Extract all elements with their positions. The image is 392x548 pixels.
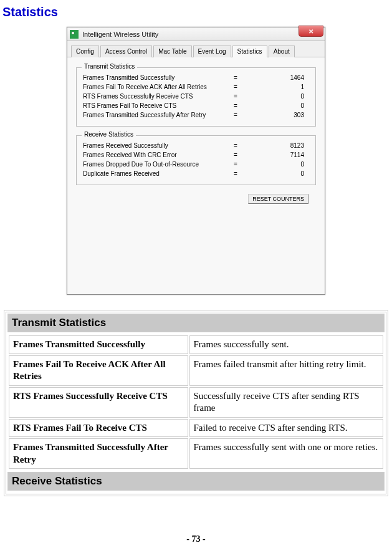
- equals-sign: =: [220, 170, 251, 177]
- tab-event-log[interactable]: Event Log: [193, 46, 231, 57]
- stat-row: Frames Fail To Receive ACK After All Ret…: [83, 82, 309, 92]
- receive-legend: Receive Statistics: [82, 131, 136, 138]
- stat-label: Frames Transmitted Successfully After Re…: [83, 112, 220, 118]
- transmit-doc-table: Frames Transmitted Successfully Frames s…: [7, 334, 385, 470]
- tab-config[interactable]: Config: [71, 46, 99, 57]
- stat-row: Frames Received Successfully = 8123: [83, 141, 309, 150]
- equals-sign: =: [220, 142, 251, 149]
- equals-sign: =: [220, 161, 251, 168]
- stat-value: 1: [251, 84, 309, 90]
- stat-value: 7114: [251, 151, 309, 158]
- close-button[interactable]: ✕: [299, 26, 323, 37]
- screenshot-container: Intelligent Wireless Utility ✕ Config Ac…: [2, 27, 390, 295]
- equals-sign: =: [220, 84, 251, 90]
- table-row: RTS Frames Fail To Receive CTS Failed to…: [9, 419, 383, 438]
- row-desc: Frames successfully sent.: [189, 335, 383, 354]
- row-key: Frames Fail To Receive ACK After All Ret…: [9, 355, 188, 386]
- stat-label: Frames Fail To Receive ACK After All Ret…: [83, 84, 220, 90]
- table-row: RTS Frames Successfully Receive CTS Succ…: [9, 387, 383, 418]
- row-key: RTS Frames Fail To Receive CTS: [9, 419, 188, 438]
- page-number: - 73 -: [0, 534, 392, 544]
- stat-value: 8123: [251, 142, 309, 149]
- row-desc: Frames successfully sent with one or mor…: [189, 438, 383, 469]
- row-desc: Successfully receive CTS after sending R…: [189, 387, 383, 418]
- receive-section-header: Receive Statistics: [7, 472, 385, 491]
- doc-table-outer: Transmit Statistics Frames Transmitted S…: [4, 310, 388, 496]
- tab-access-control[interactable]: Access Control: [100, 46, 152, 57]
- page-title: Statistics: [2, 5, 390, 19]
- tab-statistics[interactable]: Statistics: [232, 46, 267, 57]
- table-row: Frames Transmitted Successfully Frames s…: [9, 335, 383, 354]
- window-title: Intelligent Wireless Utility: [82, 31, 158, 38]
- receive-fieldset: Receive Statistics Frames Received Succe…: [76, 135, 316, 185]
- stat-value: 0: [251, 161, 309, 168]
- row-desc: Frames failed transmit after hitting ret…: [189, 355, 383, 386]
- table-row: Frames Fail To Receive ACK After All Ret…: [9, 355, 383, 386]
- equals-sign: =: [220, 93, 251, 100]
- stat-row: Frames Dropped Due To Out-of-Resource = …: [83, 160, 309, 169]
- stat-label: Frames Received Successfully: [83, 142, 220, 149]
- tab-strip: Config Access Control Mac Table Event Lo…: [67, 41, 325, 57]
- stat-row: RTS Frames Fail To Receive CTS = 0: [83, 101, 309, 110]
- tab-mac-table[interactable]: Mac Table: [153, 46, 191, 57]
- stat-label: Duplicate Frames Received: [83, 170, 220, 177]
- row-key: Frames Transmitted Successfully After Re…: [9, 438, 188, 469]
- stat-label: Frames Received With CRC Error: [83, 151, 220, 158]
- reset-button-wrap: RESET COUNTERS: [76, 194, 316, 204]
- row-key: RTS Frames Successfully Receive CTS: [9, 387, 188, 418]
- stat-value: 0: [251, 102, 309, 109]
- stat-row: Duplicate Frames Received = 0: [83, 169, 309, 178]
- transmit-legend: Transmit Statistics: [82, 63, 137, 70]
- row-key: Frames Transmitted Successfully: [9, 335, 188, 354]
- equals-sign: =: [220, 112, 251, 118]
- stat-label: Frames Transmitted Successfully: [83, 74, 220, 81]
- stat-label: RTS Frames Fail To Receive CTS: [83, 102, 220, 109]
- transmit-fieldset: Transmit Statistics Frames Transmitted S…: [76, 67, 316, 127]
- equals-sign: =: [220, 74, 251, 81]
- row-desc: Failed to receive CTS after sending RTS.: [189, 419, 383, 438]
- stat-row: RTS Frames Successfully Receive CTS = 0: [83, 92, 309, 101]
- tab-content: Transmit Statistics Frames Transmitted S…: [67, 57, 325, 294]
- table-row: Frames Transmitted Successfully After Re…: [9, 438, 383, 469]
- equals-sign: =: [220, 102, 251, 109]
- stat-value: 303: [251, 112, 309, 118]
- reset-counters-button[interactable]: RESET COUNTERS: [248, 194, 308, 204]
- titlebar: Intelligent Wireless Utility ✕: [67, 27, 325, 41]
- tab-about[interactable]: About: [269, 46, 295, 57]
- equals-sign: =: [220, 151, 251, 158]
- stat-label: RTS Frames Successfully Receive CTS: [83, 93, 220, 100]
- app-icon: [70, 30, 79, 39]
- doc-table-inner: Transmit Statistics Frames Transmitted S…: [6, 312, 386, 494]
- stat-value: 0: [251, 93, 309, 100]
- transmit-section-header: Transmit Statistics: [7, 314, 385, 332]
- stat-row: Frames Received With CRC Error = 7114: [83, 150, 309, 160]
- app-window: Intelligent Wireless Utility ✕ Config Ac…: [67, 27, 325, 295]
- stat-row: Frames Transmitted Successfully After Re…: [83, 110, 309, 120]
- stat-value: 1464: [251, 74, 309, 81]
- stat-row: Frames Transmitted Successfully = 1464: [83, 73, 309, 82]
- stat-label: Frames Dropped Due To Out-of-Resource: [83, 161, 220, 168]
- stat-value: 0: [251, 170, 309, 177]
- close-icon: ✕: [308, 28, 313, 35]
